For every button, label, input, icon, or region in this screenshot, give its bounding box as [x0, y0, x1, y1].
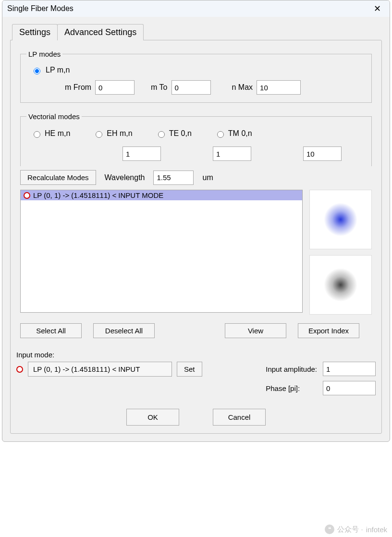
- radio-te-0n[interactable]: [158, 131, 165, 138]
- input-mode-label: Input mode:: [16, 351, 376, 359]
- radio-eh-mn[interactable]: [96, 131, 102, 138]
- preview-intensity: [309, 190, 372, 249]
- label-input-amplitude: Input amplitude:: [266, 365, 317, 373]
- radio-lp-mn-label: LP m,n: [46, 66, 70, 74]
- tab-strip: Settings Advanced Settings: [12, 24, 382, 40]
- watermark: ❝ 公众号 · infotek: [325, 525, 387, 534]
- label-m-to: m To: [151, 83, 167, 92]
- radio-he-mn-label: HE m,n: [45, 129, 70, 138]
- deselect-all-button[interactable]: Deselect All: [93, 323, 155, 338]
- client-area: Settings Advanced Settings LP modes LP m…: [2, 17, 390, 441]
- label-m-from: m From: [65, 83, 91, 92]
- input-vect-2[interactable]: [213, 146, 251, 161]
- view-button[interactable]: View: [225, 323, 286, 338]
- input-mode-value-box: LP (0, 1) -> (1.4518111) < INPUT: [28, 362, 172, 377]
- input-m-from[interactable]: [95, 80, 135, 95]
- radio-eh-mn-label: EH m,n: [107, 129, 132, 138]
- group-lp-modes: LP modes LP m,n m From m To n Max: [20, 50, 372, 103]
- group-vectorial-legend: Vectorial modes: [26, 112, 82, 121]
- lp-param-row: m From m To n Max: [65, 80, 366, 95]
- watermark-prefix: 公众号 ·: [337, 525, 363, 534]
- input-m-to[interactable]: [172, 80, 211, 95]
- cancel-button[interactable]: Cancel: [213, 409, 266, 426]
- radio-te-0n-label: TE 0,n: [169, 129, 192, 138]
- export-index-button[interactable]: Export Index: [298, 323, 359, 338]
- label-phase: Phase [pi]:: [266, 384, 317, 392]
- recalc-row: Recalculate Modes Wavelength um: [20, 170, 372, 185]
- tab-settings[interactable]: Settings: [12, 24, 58, 40]
- recalculate-modes-button[interactable]: Recalculate Modes: [20, 170, 96, 185]
- input-vect-1[interactable]: [122, 146, 161, 161]
- input-amplitude[interactable]: [323, 362, 376, 376]
- tab-advanced-settings[interactable]: Advanced Settings: [57, 24, 144, 40]
- circle-icon: [24, 192, 30, 199]
- window-title: Single Fiber Modes: [7, 4, 370, 13]
- input-phase[interactable]: [323, 381, 376, 395]
- input-mode-section: Input mode: LP (0, 1) -> (1.4518111) < I…: [16, 351, 376, 395]
- titlebar: Single Fiber Modes ✕: [2, 0, 390, 17]
- mode-previews: [309, 190, 372, 315]
- list-item-label: LP (0, 1) -> (1.4518111) < INPUT MODE: [33, 191, 163, 199]
- input-vect-3[interactable]: [303, 146, 342, 161]
- input-wavelength[interactable]: [153, 171, 194, 185]
- blob-blue: [324, 203, 357, 236]
- radio-lp-mn[interactable]: [34, 68, 40, 74]
- group-lp-modes-legend: LP modes: [26, 50, 62, 58]
- radio-he-mn[interactable]: [34, 131, 40, 138]
- dialog-window: Single Fiber Modes ✕ Settings Advanced S…: [2, 0, 390, 442]
- close-icon[interactable]: ✕: [370, 3, 385, 14]
- label-n-max: n Max: [232, 83, 253, 92]
- tab-panel-settings: LP modes LP m,n m From m To n Max: [10, 40, 382, 434]
- vectorial-input-row: [122, 146, 366, 161]
- dialog-button-row: OK Cancel: [16, 409, 376, 426]
- group-vectorial-modes: Vectorial modes HE m,n EH m,n TE 0,n TM …: [20, 112, 372, 166]
- wechat-icon: ❝: [325, 525, 334, 534]
- blob-gray: [324, 268, 357, 302]
- vectorial-radio-row: HE m,n EH m,n TE 0,n TM 0,n: [31, 129, 366, 138]
- set-button[interactable]: Set: [177, 362, 202, 377]
- preview-phase: [309, 255, 372, 315]
- ok-button[interactable]: OK: [126, 409, 179, 426]
- input-n-max[interactable]: [257, 80, 301, 95]
- label-wavelength-unit: um: [202, 173, 213, 182]
- list-item[interactable]: LP (0, 1) -> (1.4518111) < INPUT MODE: [21, 190, 302, 200]
- radio-row-lp: LP m,n: [31, 66, 366, 74]
- label-wavelength: Wavelength: [105, 173, 145, 182]
- modes-listbox[interactable]: LP (0, 1) -> (1.4518111) < INPUT MODE: [20, 190, 303, 313]
- select-all-button[interactable]: Select All: [20, 323, 82, 338]
- selection-button-row: Select All Deselect All View Export Inde…: [20, 323, 372, 338]
- watermark-name: infotek: [366, 525, 387, 534]
- modes-list-row: LP (0, 1) -> (1.4518111) < INPUT MODE: [20, 190, 372, 315]
- radio-tm-0n-label: TM 0,n: [228, 129, 252, 138]
- circle-icon: [16, 366, 23, 373]
- radio-tm-0n[interactable]: [217, 131, 224, 138]
